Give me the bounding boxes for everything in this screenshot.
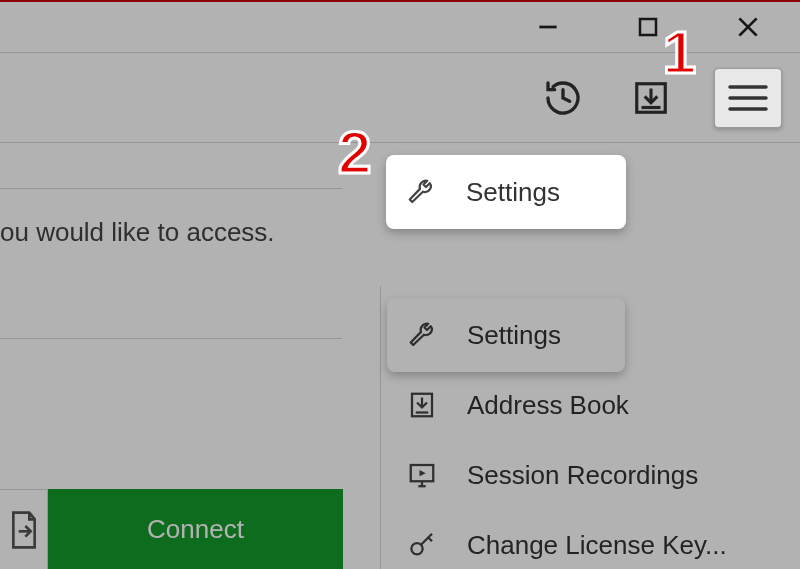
close-button[interactable] (726, 7, 770, 47)
history-button[interactable] (538, 73, 588, 123)
maximize-icon (636, 15, 660, 39)
history-icon (543, 78, 583, 118)
file-transfer-button[interactable] (0, 489, 48, 569)
menu-item-address-book[interactable]: Address Book (381, 370, 800, 440)
bottom-row: Connect (0, 489, 343, 569)
menu-item-label: Change License Key... (467, 530, 727, 561)
key-icon (405, 528, 439, 562)
minimize-button[interactable] (526, 7, 570, 47)
hamburger-icon (726, 81, 770, 115)
prompt-text: ou would like to access. (0, 217, 336, 248)
svg-rect-1 (640, 19, 656, 35)
main-menu-dropdown: Settings Address Book (380, 286, 800, 569)
menu-item-label: Session Recordings (467, 460, 698, 491)
titlebar (0, 0, 800, 53)
menu-item-settings-highlight[interactable]: Settings (386, 155, 626, 229)
menu-item-session-recordings[interactable]: Session Recordings (381, 440, 800, 510)
maximize-button[interactable] (626, 7, 670, 47)
file-arrow-icon (8, 510, 40, 550)
address-book-icon (405, 388, 439, 422)
svg-line-20 (428, 538, 432, 542)
main-menu-button-highlight[interactable] (714, 68, 782, 128)
menu-item-label: Settings (467, 320, 561, 351)
svg-marker-15 (420, 470, 426, 476)
connect-button[interactable]: Connect (48, 489, 343, 569)
menu-item-label: Address Book (467, 390, 629, 421)
wrench-icon (405, 318, 439, 352)
install-icon (632, 79, 670, 117)
minimize-icon (535, 14, 561, 40)
remote-address-panel: ou would like to access. (0, 188, 342, 339)
install-button[interactable] (626, 73, 676, 123)
play-monitor-icon (405, 458, 439, 492)
toolbar (0, 53, 800, 143)
menu-item-change-license-key[interactable]: Change License Key... (381, 510, 800, 569)
menu-item-settings[interactable]: Settings (381, 300, 800, 370)
close-icon (735, 14, 761, 40)
connect-label: Connect (147, 514, 244, 545)
menu-item-label: Settings (466, 177, 560, 208)
wrench-icon (404, 175, 438, 209)
